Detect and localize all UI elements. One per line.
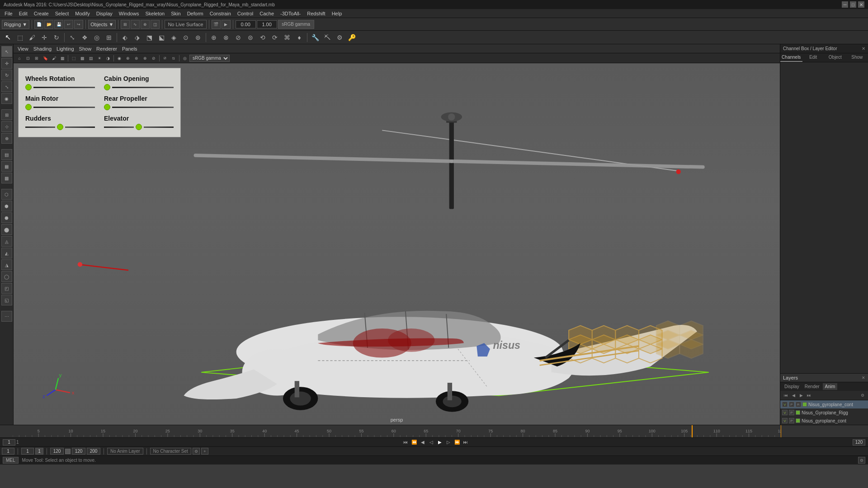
show-tab[interactable]: Show (846, 53, 868, 62)
main-rotor-track[interactable] (33, 107, 95, 108)
snap-view-button[interactable]: ◫ (151, 20, 160, 29)
frame-tick-input[interactable] (36, 448, 43, 455)
menu-cache[interactable]: Cache (257, 10, 277, 17)
deform1-button[interactable]: ⬡ (1, 189, 12, 200)
timeline-area[interactable] (0, 425, 868, 437)
tool9[interactable]: ◈ (168, 32, 179, 43)
next-frame-button[interactable]: ▷ (444, 439, 453, 446)
layer-fwd-button[interactable]: ⏭ (805, 392, 812, 399)
tool22[interactable]: ⚙ (334, 32, 345, 43)
rotate-tool[interactable]: ↻ (51, 32, 62, 43)
mel-button[interactable]: MEL (3, 457, 19, 464)
rudders-dot[interactable] (57, 124, 63, 130)
layer1-button[interactable]: ▤ (1, 149, 12, 160)
render-button[interactable]: ▶ (222, 20, 231, 29)
tool7[interactable]: ⬔ (143, 32, 155, 43)
lasso-select-tool[interactable]: ⬚ (14, 32, 26, 43)
char-set-add-button[interactable]: + (201, 448, 208, 455)
wheels-rotation-track[interactable] (33, 87, 95, 88)
range-end-input[interactable] (72, 448, 85, 455)
deform3-button[interactable]: ⬣ (1, 212, 12, 223)
shaded-button[interactable]: ▩ (78, 54, 86, 62)
layer-row-3[interactable]: V P Nisus_gyroplane_cont (780, 417, 868, 425)
deform10-button[interactable]: ◱ (1, 295, 12, 305)
menu-select[interactable]: Select (52, 10, 72, 17)
tool6[interactable]: ⬗ (131, 32, 143, 43)
anim-tab[interactable]: Anim (823, 383, 838, 390)
layer-next-button[interactable]: ▶ (797, 392, 805, 399)
current-frame-input[interactable] (3, 439, 15, 446)
display1-button[interactable]: ▦ (58, 54, 66, 62)
deform8-button[interactable]: ◯ (1, 271, 12, 282)
end-frame-input[interactable] (853, 439, 865, 446)
view-menu[interactable]: View (15, 45, 31, 52)
open-scene-button[interactable]: 📂 (44, 20, 53, 29)
snap-grid-button[interactable]: ⊞ (121, 20, 130, 29)
viewport-canvas[interactable]: Wheels Rotation Cabin Opening (14, 63, 780, 425)
step-forward-button[interactable]: ⏩ (453, 439, 461, 446)
menu-deform[interactable]: Deform (184, 10, 206, 17)
tool12[interactable]: ⊕ (208, 32, 220, 43)
show-manipulator[interactable]: ⊞ (103, 32, 115, 43)
cabin-opening-track[interactable] (112, 87, 174, 88)
minimize-button[interactable]: ─ (842, 1, 848, 8)
tool11[interactable]: ⊛ (192, 32, 204, 43)
layer-p-btn-3[interactable]: P (789, 418, 794, 423)
select-mode-button[interactable]: ↖ (1, 46, 12, 57)
maximize-button[interactable]: □ (850, 1, 856, 8)
object-tab[interactable]: Object (824, 53, 846, 62)
play-back-button[interactable]: ◁ (427, 439, 435, 446)
color-settings-button[interactable]: sRGB gamma (278, 20, 314, 29)
snap-point-button[interactable]: ⊕ (141, 20, 150, 29)
tool20[interactable]: 🔧 (309, 32, 321, 43)
layer-prev-button[interactable]: ◀ (790, 392, 797, 399)
step-back-button[interactable]: ⏪ (410, 439, 418, 446)
layer3-button[interactable]: ▩ (1, 173, 12, 183)
resolution-gate-button[interactable]: ⊘ (150, 54, 158, 62)
display4-button[interactable]: ⊛ (132, 54, 141, 62)
rear-propeller-dot[interactable] (104, 104, 110, 110)
menu-windows[interactable]: Windows (116, 10, 142, 17)
deform2-button[interactable]: ⬢ (1, 201, 12, 211)
render-tab[interactable]: Render (802, 383, 822, 390)
value2-input[interactable] (257, 20, 277, 28)
new-scene-button[interactable]: 📄 (34, 20, 43, 29)
edit-tab[interactable]: Edit (802, 53, 825, 62)
panels-menu[interactable]: Panels (120, 45, 140, 52)
deform4-button[interactable]: ⬤ (1, 224, 12, 235)
menu-file[interactable]: File (2, 10, 15, 17)
iso1-button[interactable]: ⧄ (161, 54, 169, 62)
iso2-button[interactable]: ⧅ (170, 54, 178, 62)
cam-bookmark-button[interactable]: 🔖 (41, 54, 49, 62)
soft-mod-tool[interactable]: ◎ (91, 32, 103, 43)
panel-close-button[interactable]: ✕ (862, 46, 865, 51)
display-tab[interactable]: Display (782, 383, 802, 390)
save-scene-button[interactable]: 💾 (54, 20, 63, 29)
menu-control[interactable]: Control (235, 10, 256, 17)
menu-skin[interactable]: Skin (168, 10, 183, 17)
textured-button[interactable]: ▤ (87, 54, 95, 62)
tool18[interactable]: ⌘ (281, 32, 293, 43)
wireframe-button[interactable]: ⬚ (70, 54, 78, 62)
scale-mode-button[interactable]: ⤡ (1, 81, 12, 92)
tool21[interactable]: ⛏ (321, 32, 333, 43)
exposure-button[interactable]: ◎ (181, 54, 189, 62)
channels-tab[interactable]: Channels (780, 53, 802, 62)
menu-display[interactable]: Display (94, 10, 115, 17)
scale-tool[interactable]: ⤡ (66, 32, 78, 43)
tool23[interactable]: 🔑 (346, 32, 358, 43)
menu-help[interactable]: Help (329, 10, 345, 17)
go-end-button[interactable]: ⏭ (462, 439, 470, 446)
renderer-menu[interactable]: Renderer (94, 45, 119, 52)
frame-start-input[interactable] (2, 448, 14, 455)
tool16[interactable]: ⟲ (257, 32, 269, 43)
range-max-input[interactable] (87, 448, 100, 455)
cam-frame-button[interactable]: ⊞ (33, 54, 41, 62)
display5-button[interactable]: ⊗ (141, 54, 149, 62)
paint-select-tool[interactable]: 🖌 (26, 32, 38, 43)
show-hide-button[interactable]: ◉ (1, 93, 12, 104)
render-settings-button[interactable]: 🎬 (212, 20, 221, 29)
elevator-dot[interactable] (136, 124, 142, 130)
select-tool[interactable]: ↖ (2, 32, 14, 43)
rotate-mode-button[interactable]: ↻ (1, 70, 12, 80)
